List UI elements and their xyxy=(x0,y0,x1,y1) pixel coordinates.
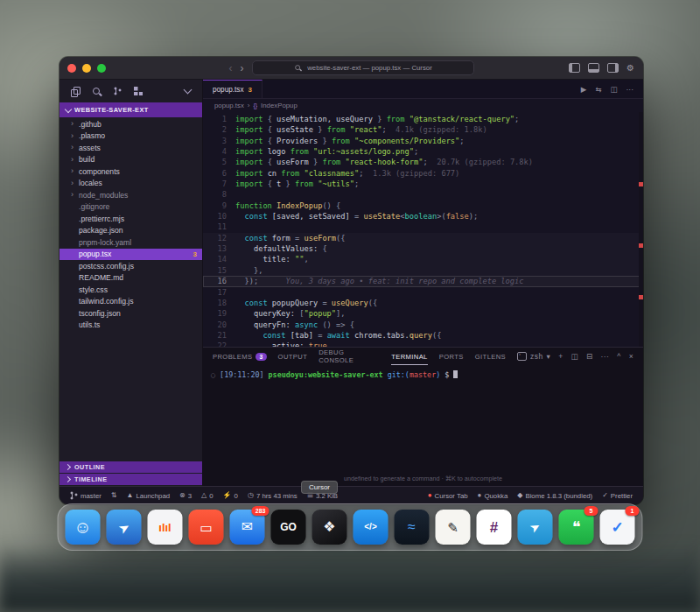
panel-tab-problems[interactable]: PROBLEMS3 xyxy=(213,348,267,365)
status-label: Cursor Tab xyxy=(435,492,468,500)
panel-tab-label: GITLENS xyxy=(475,353,506,361)
tree-item-node_modules[interactable]: ›node_modules xyxy=(60,189,202,201)
tree-item-build[interactable]: ›build xyxy=(60,154,202,166)
nav-forward-icon[interactable]: › xyxy=(241,63,244,74)
panel-tab-output[interactable]: OUTPUT xyxy=(278,348,308,365)
status-time-tracker[interactable]: ◷7 hrs 43 mins xyxy=(244,492,301,500)
tree-item-tailwind.config.js[interactable]: tailwind.config.js xyxy=(60,296,202,308)
minimize-window-button[interactable] xyxy=(82,64,91,73)
tree-item-label: .github xyxy=(79,120,102,129)
dock-red-reader[interactable]: ▭ xyxy=(189,510,224,545)
maximize-panel-icon[interactable]: ^ xyxy=(617,352,620,361)
status-prettier[interactable]: ✓Prettier xyxy=(598,492,636,500)
tree-item-popup.tsx[interactable]: popup.tsx3 xyxy=(60,249,202,261)
dock-slack[interactable]: # xyxy=(477,510,512,545)
status-branch[interactable]: master xyxy=(66,491,105,500)
explorer-section-header[interactable]: WEBSITE-SAVER-EXT xyxy=(60,102,202,117)
dock-follow[interactable]: ılıl xyxy=(148,510,183,545)
code-line: 20 queryFn: async () => { xyxy=(203,320,643,330)
tree-item-package.json[interactable]: package.json xyxy=(60,225,202,237)
tree-item-.plasmo[interactable]: ›.plasmo xyxy=(60,130,202,143)
tree-item-README.md[interactable]: README.md xyxy=(60,272,202,285)
dock-vscode[interactable]: </> xyxy=(354,510,388,545)
search-icon[interactable] xyxy=(92,87,102,96)
check-icon: ✓ xyxy=(602,492,608,499)
explorer-icon[interactable] xyxy=(71,87,80,96)
outline-section-header[interactable]: OUTLINE xyxy=(60,461,202,473)
source-control-icon[interactable] xyxy=(114,87,122,95)
chevron-down-icon[interactable] xyxy=(184,86,192,95)
more-actions-icon[interactable]: ··· xyxy=(601,352,610,361)
tree-item-postcss.config.js[interactable]: postcss.config.js xyxy=(60,260,202,272)
tree-item-assets[interactable]: ›assets xyxy=(60,142,202,154)
shell-selector[interactable]: zsh▾ xyxy=(517,352,550,361)
dock-go[interactable]: GO xyxy=(271,510,306,545)
tree-item-components[interactable]: ›components xyxy=(60,165,202,178)
status-launchpad[interactable]: ▲Launchpad xyxy=(123,492,174,500)
gear-icon[interactable]: ⚙ xyxy=(626,64,634,73)
toggle-sidebar-icon[interactable] xyxy=(569,63,580,73)
dot-icon: ● xyxy=(478,492,482,499)
tree-item-style.css[interactable]: style.css xyxy=(60,284,202,296)
panel-tab-debug-console[interactable]: DEBUG CONSOLE xyxy=(318,348,380,365)
split-editor-icon[interactable]: ◫ xyxy=(610,85,617,94)
tree-item-.github[interactable]: ›.github xyxy=(60,118,202,130)
status-sync-changes[interactable]: ⇅ xyxy=(108,492,121,499)
status-warnings[interactable]: △0 xyxy=(198,492,217,500)
new-terminal-icon[interactable]: + xyxy=(558,352,563,361)
tree-item-tsconfig.json[interactable]: tsconfig.json xyxy=(60,307,202,320)
kill-terminal-icon[interactable]: ⊟ xyxy=(586,352,593,361)
close-window-button[interactable] xyxy=(67,64,76,73)
tab-popup-tsx[interactable]: popup.tsx 3 xyxy=(203,80,262,98)
dock-things[interactable]: ✓1 xyxy=(600,510,635,545)
open-changes-icon[interactable]: ⇆ xyxy=(595,85,601,94)
command-center[interactable]: website-saver-ext — popup.tsx — Cursor xyxy=(252,60,474,75)
panel-tab-ports[interactable]: PORTS xyxy=(439,348,464,365)
close-panel-icon[interactable]: × xyxy=(629,352,634,361)
dock-telegram[interactable]: ➤ xyxy=(518,510,553,545)
status-errors[interactable]: ⊗3 xyxy=(176,492,195,500)
tree-item-pnpm-lock.yaml[interactable]: pnpm-lock.yaml xyxy=(60,236,202,249)
problems-count-badge: 3 xyxy=(256,353,266,361)
code-editor[interactable]: 1import { useMutation, useQuery } from "… xyxy=(203,112,643,347)
code-line: 22 active: true, xyxy=(203,341,643,347)
extensions-icon[interactable] xyxy=(134,87,143,95)
split-terminal-icon[interactable]: ◫ xyxy=(571,352,578,361)
tree-item-locales[interactable]: ›locales xyxy=(60,178,202,190)
breadcrumb-file[interactable]: popup.tsx xyxy=(214,102,244,109)
toggle-panel-icon[interactable] xyxy=(588,63,599,73)
slack-icon: # xyxy=(477,510,512,545)
tree-item-.prettierrc.mjs[interactable]: .prettierrc.mjs xyxy=(60,213,202,225)
panel-tab-terminal[interactable]: TERMINAL xyxy=(391,348,428,365)
dock-dev-tool[interactable]: ≈ xyxy=(395,510,430,545)
status-quokka[interactable]: ●Quokka xyxy=(474,492,512,500)
status-biome[interactable]: ◆Biome 1.8.3 (bundled) xyxy=(514,492,596,500)
toggle-secondary-sidebar-icon[interactable] xyxy=(607,63,619,73)
nav-back-icon[interactable]: ‹ xyxy=(229,63,233,74)
status-label: 3 xyxy=(188,492,192,500)
titlebar[interactable]: ‹ › website-saver-ext — popup.tsx — Curs… xyxy=(60,57,643,80)
overview-ruler[interactable] xyxy=(639,112,643,347)
timeline-section-header[interactable]: TIMELINE xyxy=(60,474,202,485)
status-counter[interactable]: ⚡0 xyxy=(220,492,242,500)
dock-finder[interactable]: ☺ xyxy=(66,510,101,545)
panel-tab-gitlens[interactable]: GITLENS xyxy=(475,348,506,365)
zoom-window-button[interactable] xyxy=(97,64,106,73)
tree-item-.gitignore[interactable]: .gitignore xyxy=(60,201,202,214)
dock-cursor[interactable]: ❖ xyxy=(312,510,347,545)
dock-mail[interactable]: ✉283 xyxy=(230,510,265,545)
desktop-background-bottom xyxy=(0,544,700,612)
dock-bird-app[interactable]: ➤ xyxy=(107,510,142,545)
tree-item-utils.ts[interactable]: utils.ts xyxy=(60,320,202,332)
breadcrumb[interactable]: popup.tsx › {} IndexPopup xyxy=(203,99,643,112)
dock-wechat[interactable]: ❝5 xyxy=(559,510,594,545)
more-actions-icon[interactable]: ··· xyxy=(626,85,634,94)
line-number: 18 xyxy=(203,298,235,308)
run-button[interactable]: ▶ xyxy=(581,85,587,94)
terminal[interactable]: ○ [19:11:20] pseudoyu:website-saver-ext … xyxy=(203,365,643,475)
status-cursor-tab[interactable]: ●Cursor Tab xyxy=(424,492,472,500)
search-icon xyxy=(295,65,302,72)
chevron-right-icon: › xyxy=(71,120,79,128)
breadcrumb-symbol[interactable]: IndexPopup xyxy=(261,102,298,109)
dock-draft-app[interactable]: ✎ xyxy=(436,510,471,545)
